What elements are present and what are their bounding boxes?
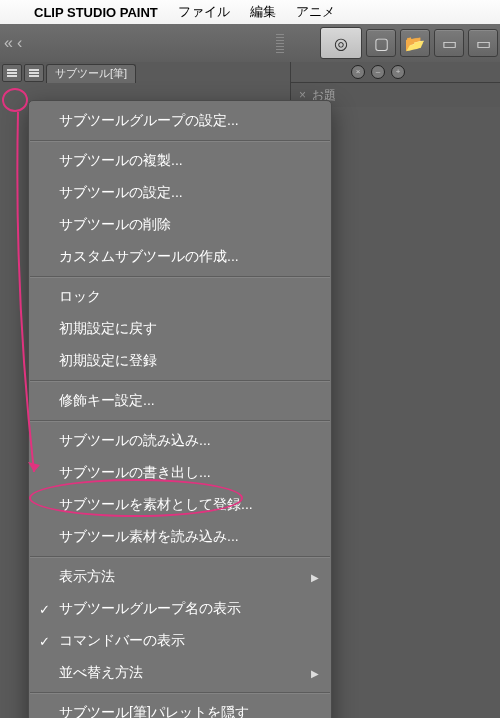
folder-open-icon: 📂 xyxy=(405,34,425,53)
menu-item-20[interactable]: ✓コマンドバーの表示 xyxy=(29,625,331,657)
new-file-icon: ▢ xyxy=(374,34,389,53)
subtool-context-menu: サブツールグループの設定...サブツールの複製...サブツールの設定...サブツ… xyxy=(28,100,332,718)
app-toolbar: « ‹ ◎ ▢ 📂 ▭ ▭ xyxy=(0,24,500,63)
layout-icon xyxy=(29,69,39,77)
app-menu[interactable]: CLIP STUDIO PAINT xyxy=(24,5,168,20)
menu-item-label: サブツールグループ名の表示 xyxy=(59,600,241,618)
menu-item-4[interactable]: サブツールの削除 xyxy=(29,209,331,241)
menu-item-13[interactable]: サブツールの読み込み... xyxy=(29,425,331,457)
menu-item-label: 表示方法 xyxy=(59,568,115,586)
palette-header: サブツール[筆] xyxy=(0,62,290,84)
panel-maximize-button[interactable]: + xyxy=(391,65,405,79)
palette-menu-button[interactable] xyxy=(2,64,22,82)
menu-item-label: コマンドバーの表示 xyxy=(59,632,185,650)
menu-edit[interactable]: 編集 xyxy=(240,3,286,21)
menu-item-3[interactable]: サブツールの設定... xyxy=(29,177,331,209)
menu-item-14[interactable]: サブツールの書き出し... xyxy=(29,457,331,489)
chevron-double-left-icon[interactable]: « xyxy=(4,34,13,52)
menu-item-label: 初期設定に戻す xyxy=(59,320,157,338)
window-button-b[interactable]: ▭ xyxy=(468,29,498,57)
menu-item-label: サブツールの削除 xyxy=(59,216,171,234)
menu-item-label: 並べ替え方法 xyxy=(59,664,143,682)
menu-item-label: サブツールの読み込み... xyxy=(59,432,211,450)
menu-item-5[interactable]: カスタムサブツールの作成... xyxy=(29,241,331,273)
nav-chevrons[interactable]: « ‹ xyxy=(0,34,22,52)
mac-menubar: CLIP STUDIO PAINT ファイル 編集 アニメ xyxy=(0,0,500,25)
window-icon: ▭ xyxy=(476,34,491,53)
menu-item-21[interactable]: 並べ替え方法 xyxy=(29,657,331,689)
menu-item-label: サブツールの書き出し... xyxy=(59,464,211,482)
clipstudio-icon: ◎ xyxy=(334,34,348,53)
menu-anime[interactable]: アニメ xyxy=(286,3,345,21)
panel-close-button[interactable]: × xyxy=(351,65,365,79)
open-file-button[interactable]: 📂 xyxy=(400,29,430,57)
clipstudio-button[interactable]: ◎ xyxy=(320,27,362,59)
menu-item-18[interactable]: 表示方法 xyxy=(29,561,331,593)
check-icon: ✓ xyxy=(39,602,50,617)
menu-item-19[interactable]: ✓サブツールグループ名の表示 xyxy=(29,593,331,625)
chevron-left-icon[interactable]: ‹ xyxy=(17,34,22,52)
menu-file[interactable]: ファイル xyxy=(168,3,240,21)
palette-layout-button[interactable] xyxy=(24,64,44,82)
menu-item-label: サブツール素材を読み込み... xyxy=(59,528,239,546)
menu-item-0[interactable]: サブツールグループの設定... xyxy=(29,105,331,137)
menu-item-label: サブツールグループの設定... xyxy=(59,112,239,130)
menu-item-15[interactable]: サブツールを素材として登録... xyxy=(29,489,331,521)
maximize-icon: + xyxy=(396,68,401,76)
menu-separator xyxy=(30,556,330,558)
menu-separator xyxy=(30,140,330,142)
menu-item-label: サブツールの複製... xyxy=(59,152,183,170)
menu-item-label: サブツール[筆]パレットを隠す xyxy=(59,704,249,718)
check-icon: ✓ xyxy=(39,634,50,649)
menu-item-label: 修飾キー設定... xyxy=(59,392,155,410)
minimize-icon: – xyxy=(376,68,380,76)
palette-tab-label: サブツール[筆] xyxy=(55,66,127,81)
palette-area: サブツール[筆] xyxy=(0,62,290,100)
menu-item-label: カスタムサブツールの作成... xyxy=(59,248,239,266)
menu-item-label: ロック xyxy=(59,288,101,306)
menu-item-2[interactable]: サブツールの複製... xyxy=(29,145,331,177)
menu-item-8[interactable]: 初期設定に戻す xyxy=(29,313,331,345)
menu-item-23[interactable]: サブツール[筆]パレットを隠す xyxy=(29,697,331,718)
menu-item-9[interactable]: 初期設定に登録 xyxy=(29,345,331,377)
panel-grip-icon[interactable] xyxy=(276,34,284,54)
window-icon: ▭ xyxy=(442,34,457,53)
menu-separator xyxy=(30,380,330,382)
menu-item-16[interactable]: サブツール素材を読み込み... xyxy=(29,521,331,553)
menu-separator xyxy=(30,276,330,278)
menu-separator xyxy=(30,420,330,422)
menu-item-7[interactable]: ロック xyxy=(29,281,331,313)
menu-item-label: サブツールの設定... xyxy=(59,184,183,202)
hamburger-icon xyxy=(7,69,17,77)
palette-tab-subtool[interactable]: サブツール[筆] xyxy=(46,64,136,83)
new-file-button[interactable]: ▢ xyxy=(366,29,396,57)
menu-separator xyxy=(30,692,330,694)
menu-item-label: サブツールを素材として登録... xyxy=(59,496,253,514)
menu-item-label: 初期設定に登録 xyxy=(59,352,157,370)
close-icon: × xyxy=(356,68,361,76)
panel-minimize-button[interactable]: – xyxy=(371,65,385,79)
window-button-a[interactable]: ▭ xyxy=(434,29,464,57)
menu-item-11[interactable]: 修飾キー設定... xyxy=(29,385,331,417)
panel-window-controls: × – + xyxy=(291,62,500,82)
